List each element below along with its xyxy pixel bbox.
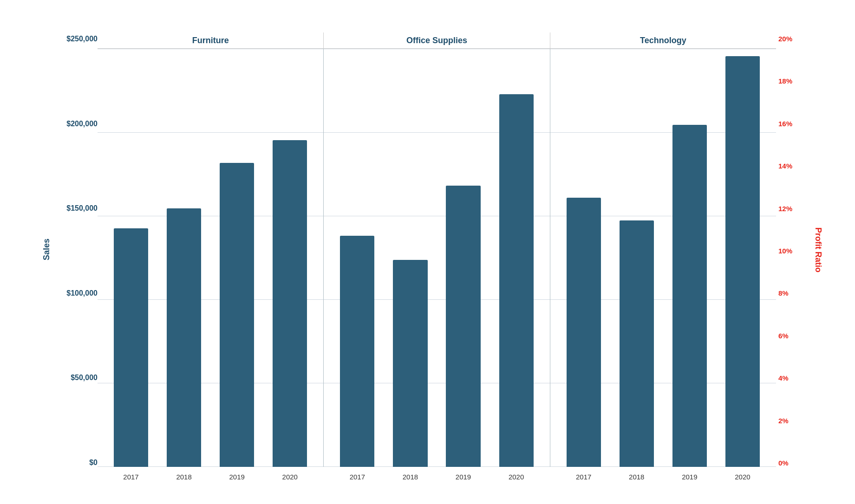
y-axis-left: $0 $50,000 $100,000 $150,000 $200,000 $2… — [56, 32, 98, 485]
x-label-2018: 2018 — [403, 473, 418, 481]
y-tick-250k: $250,000 — [56, 35, 98, 43]
y-axis-left-label: Sales — [42, 239, 52, 260]
bars-row-tech: 2017201820192020 — [550, 49, 776, 467]
category-furniture: Furniture — [98, 32, 324, 48]
category-technology: Technology — [550, 32, 776, 48]
y-tick-right-8: 8% — [776, 289, 809, 297]
bars-row-furniture: 2017201820192020 — [98, 49, 323, 467]
bar-wrapper-furniture-2017: 2017 — [104, 49, 157, 467]
bar-wrapper-technology-2020: 2020 — [716, 49, 769, 467]
x-label-2019: 2019 — [456, 473, 471, 481]
bar-office-supplies-2018 — [393, 260, 427, 467]
y-tick-100k: $100,000 — [56, 289, 98, 297]
bar-office-supplies-2017 — [340, 236, 374, 467]
bar-technology-2020 — [725, 56, 760, 467]
bars-row-office: 2017201820192020 — [324, 49, 549, 467]
chart-main: Furniture Office Supplies Technology 201… — [98, 32, 776, 485]
y-tick-right-4: 4% — [776, 374, 809, 382]
y-tick-right-18: 18% — [776, 77, 809, 85]
bar-office-supplies-2019 — [446, 186, 480, 467]
y-tick-150k: $150,000 — [56, 204, 98, 213]
x-label-2017: 2017 — [576, 473, 591, 481]
y-tick-right-2: 2% — [776, 417, 809, 425]
bar-furniture-2019 — [220, 163, 254, 467]
y-tick-200k: $200,000 — [56, 120, 98, 128]
bar-furniture-2017 — [114, 228, 148, 467]
bar-wrapper-furniture-2020: 2020 — [263, 49, 316, 467]
x-label-2017: 2017 — [350, 473, 365, 481]
categories-wrapper: 2017201820192020 2017201820192020 201720… — [98, 49, 776, 485]
x-label-2020: 2020 — [735, 473, 750, 481]
bar-technology-2017 — [567, 198, 601, 467]
category-group-office: 2017201820192020 — [324, 49, 550, 467]
x-label-2018: 2018 — [629, 473, 644, 481]
x-label-2017: 2017 — [123, 473, 138, 481]
category-group-tech: 2017201820192020 — [550, 49, 776, 467]
y-tick-right-14: 14% — [776, 162, 809, 170]
x-label-2019: 2019 — [682, 473, 697, 481]
x-label-2018: 2018 — [176, 473, 191, 481]
bar-wrapper-furniture-2019: 2019 — [210, 49, 263, 467]
bar-wrapper-office-supplies-2018: 2018 — [384, 49, 437, 467]
y-axis-right-label: Profit Ratio — [813, 227, 823, 272]
y-axis-right: 0% 2% 4% 6% 8% 10% 12% 14% 16% 18% 20% — [776, 32, 809, 485]
bar-wrapper-office-supplies-2020: 2020 — [490, 49, 543, 467]
bar-wrapper-technology-2017: 2017 — [557, 49, 610, 467]
y-tick-0: $0 — [56, 459, 98, 467]
category-office-supplies: Office Supplies — [324, 32, 550, 48]
y-tick-right-6: 6% — [776, 332, 809, 340]
bar-technology-2019 — [672, 125, 707, 467]
bar-furniture-2020 — [273, 140, 307, 467]
y-tick-50k: $50,000 — [56, 374, 98, 382]
bar-wrapper-office-supplies-2019: 2019 — [437, 49, 490, 467]
y-tick-right-12: 12% — [776, 205, 809, 213]
x-label-2020: 2020 — [282, 473, 298, 481]
plot-area: 2017201820192020 2017201820192020 201720… — [98, 49, 776, 485]
bar-wrapper-office-supplies-2017: 2017 — [331, 49, 384, 467]
bar-office-supplies-2020 — [499, 94, 534, 467]
bar-wrapper-furniture-2018: 2018 — [157, 49, 210, 467]
y-tick-right-0: 0% — [776, 459, 809, 467]
bar-technology-2018 — [620, 220, 654, 467]
x-label-2019: 2019 — [229, 473, 245, 481]
category-group-furniture: 2017201820192020 — [98, 49, 324, 467]
x-label-2020: 2020 — [509, 473, 524, 481]
y-tick-right-16: 16% — [776, 120, 809, 128]
y-tick-right-20: 20% — [776, 35, 809, 43]
category-labels: Furniture Office Supplies Technology — [98, 32, 776, 49]
bar-furniture-2018 — [167, 208, 201, 467]
y-tick-right-10: 10% — [776, 247, 809, 255]
bar-wrapper-technology-2018: 2018 — [610, 49, 663, 467]
bar-wrapper-technology-2019: 2019 — [663, 49, 716, 467]
